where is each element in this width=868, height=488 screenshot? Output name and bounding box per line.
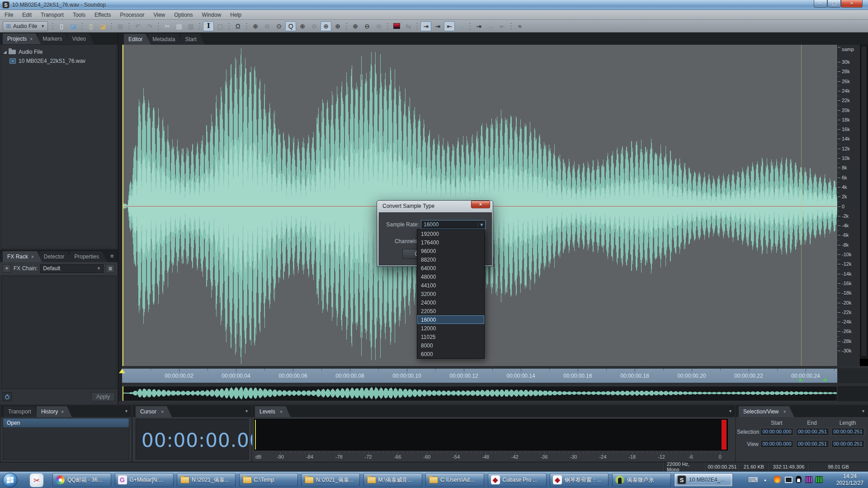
tray-expand-icon[interactable]: ▴	[764, 477, 766, 482]
menu-processor[interactable]: Processor	[115, 10, 149, 19]
smooth-edit-button[interactable]: ≈	[514, 21, 525, 31]
new-template-button[interactable]: ▯	[85, 21, 96, 31]
minimize-button[interactable]: –	[814, 0, 827, 8]
close-icon[interactable]: ×	[783, 409, 786, 414]
taskbar-button-c-temp[interactable]: C:\Temp	[239, 473, 298, 487]
taskbar-clock[interactable]: 14:24 2021/12/27	[836, 473, 863, 487]
sample-rate-option-88200[interactable]: 88200	[417, 255, 484, 264]
amplitude-ruler[interactable]: samp30k28k26k24k22k20k18k16k14k12k10k8k6…	[837, 45, 860, 366]
selection-end-field[interactable]: 00:00:00.251	[796, 428, 829, 436]
new-file-button[interactable]: ▯	[56, 21, 67, 31]
taskbar-button-m[interactable]: M:\偈泰威音...	[363, 473, 422, 487]
menu-help[interactable]: Help	[226, 10, 246, 19]
close-icon[interactable]: ×	[31, 254, 34, 259]
sample-rate-option-32000[interactable]: 32000	[417, 290, 484, 298]
panel-menu-icon[interactable]: ≣	[110, 253, 114, 258]
audio-device-tray-icon[interactable]	[816, 476, 823, 483]
qq-tray-icon[interactable]	[796, 476, 802, 483]
sample-rate-option-8000[interactable]: 8000	[417, 341, 484, 350]
menu-effects[interactable]: Effects	[90, 10, 115, 19]
projects-tab-projects[interactable]: Projects×	[3, 33, 41, 44]
panel-menu-icon[interactable]: ▾	[125, 408, 127, 413]
zoom-selection-button[interactable]: Q	[285, 21, 296, 31]
snap-edge-2-button[interactable]: →	[485, 21, 496, 31]
panel-menu-icon[interactable]: ▾	[245, 408, 248, 413]
apply-button[interactable]: Apply	[91, 392, 115, 401]
selection-length-field[interactable]: 00:00:00.251	[831, 428, 864, 436]
keyboard-tray-icon[interactable]: ⌨	[748, 476, 758, 484]
taskbar-button-10-mb02e4[interactable]: S10 MB02E4_...	[674, 473, 733, 487]
zoom-vert-out-button[interactable]: ⊖	[362, 21, 373, 31]
panel-menu-icon[interactable]: ▾	[729, 408, 731, 413]
taskbar-button-cubase-pro[interactable]: ◆Cubase Pro ...	[488, 473, 547, 487]
redo-button[interactable]: ↷	[144, 21, 155, 31]
expand-arrow-icon[interactable]: ◢	[1, 50, 9, 54]
view-start-field[interactable]: 00:00:00.000	[760, 440, 793, 448]
taskbar-button-n-2021[interactable]: N:\2021_偈泰...	[301, 473, 360, 487]
paste-button[interactable]: ▥	[185, 21, 196, 31]
fx-tab-detector[interactable]: Detector	[39, 251, 72, 262]
snipping-tool-icon[interactable]: ✂	[30, 474, 43, 487]
dialog-close-button[interactable]: ×	[471, 201, 490, 208]
menu-view[interactable]: View	[149, 10, 170, 19]
view-end-marker[interactable]	[823, 378, 826, 382]
move-tool-button[interactable]: ↔	[456, 21, 467, 31]
spectral-display-button[interactable]	[391, 21, 402, 31]
tree-item-wav-file[interactable]: » 10 MB02E4_22kS1_76.wav	[1, 56, 116, 66]
audio-file-mode-select[interactable]: ⊞ Audio File ▼	[3, 21, 48, 31]
timeline-ruler[interactable]: 00:00:00.0200:00:00.0400:00:00.0600:00:0…	[122, 368, 837, 383]
taskbar-button-item-8[interactable]: ◆钢琴卷帘窗：...	[550, 473, 609, 487]
sample-rate-option-11025[interactable]: 11025	[417, 333, 484, 341]
editor-tab-start[interactable]: Start	[180, 34, 204, 45]
taskbar-button-n-2021[interactable]: N:\2021_偈泰...	[177, 473, 236, 487]
title-bar[interactable]: S 10 MB02E4_22kS1_76.wav - Soundop – ▢ ×	[0, 0, 868, 10]
add-fx-icon[interactable]: +	[3, 264, 11, 272]
network-tray-icon[interactable]	[785, 477, 793, 483]
menu-options[interactable]: Options	[170, 10, 197, 19]
align-out-left-button[interactable]: ⇤	[444, 21, 455, 31]
sample-rate-option-96000[interactable]: 96000	[417, 247, 484, 255]
zoom-out-full-button[interactable]: ⊖	[262, 21, 273, 31]
zoom-sel-right-button[interactable]: ⊕	[332, 21, 343, 31]
zoom-out-button[interactable]: ⊖	[309, 21, 320, 31]
sample-rate-combobox[interactable]: 16000 ▼	[421, 220, 486, 229]
editor-tab-editor[interactable]: Editor	[124, 34, 151, 45]
close-icon[interactable]: ×	[280, 409, 283, 414]
levels-tab[interactable]: Levels ×	[255, 406, 291, 417]
vertical-scrollbar[interactable]	[860, 45, 868, 366]
open-folder-button[interactable]: ◪	[97, 21, 108, 31]
sample-rate-option-24000[interactable]: 24000	[417, 298, 484, 307]
taskbar-button-c-users-ad[interactable]: C:\Users\Ad...	[425, 473, 484, 487]
fx-list-button[interactable]: ≣	[106, 264, 115, 273]
menu-file[interactable]: File	[0, 10, 18, 19]
taskbar-button-item-9[interactable]: 偈泰微卢永	[612, 473, 671, 487]
fx-tab-fx-rack[interactable]: FX Rack×	[3, 251, 42, 262]
close-button[interactable]: ×	[841, 0, 863, 8]
sample-rate-option-6000[interactable]: 6000	[417, 350, 484, 358]
sample-rate-option-192000[interactable]: 192000	[417, 230, 484, 238]
menu-tools[interactable]: Tools	[68, 10, 90, 19]
time-selection-button[interactable]: I	[203, 21, 214, 31]
tree-item-audio-file[interactable]: ◢ Audio File	[1, 47, 116, 56]
view-end-field[interactable]: 00:00:00.251	[796, 440, 829, 448]
zoom-in-full-button[interactable]: ⊕	[250, 21, 261, 31]
fx-power-button[interactable]	[3, 392, 12, 401]
overview-strip[interactable]	[122, 386, 837, 401]
taskbar-button-qq-36[interactable]: QQ邮箱 - 36...	[52, 473, 111, 487]
firewall-tray-icon[interactable]	[774, 476, 781, 483]
sample-rate-option-16000[interactable]: 16000	[417, 315, 484, 324]
align-in-left-button[interactable]: ⇥	[420, 21, 431, 31]
selection-view-tab[interactable]: Selection/View ×	[739, 406, 794, 417]
cut-button[interactable]: ✂	[162, 21, 173, 31]
sample-rate-option-64000[interactable]: 64000	[417, 264, 484, 272]
menu-transport[interactable]: Transport	[36, 10, 68, 19]
zoom-cursor-button[interactable]: ⊙	[274, 21, 284, 31]
save-button[interactable]: ▦	[115, 21, 126, 31]
editor-tab-metadata[interactable]: Metadata	[148, 34, 183, 45]
selection-start-field[interactable]: 00:00:00.000	[760, 428, 793, 436]
zoom-vert-reset-button[interactable]: ⊖	[373, 21, 384, 31]
history-item-open[interactable]: Open	[3, 418, 129, 427]
undo-button[interactable]: ↶	[132, 21, 143, 31]
fx-tab-properties[interactable]: Properties	[70, 251, 107, 262]
sample-rate-option-176400[interactable]: 176400	[417, 238, 484, 247]
